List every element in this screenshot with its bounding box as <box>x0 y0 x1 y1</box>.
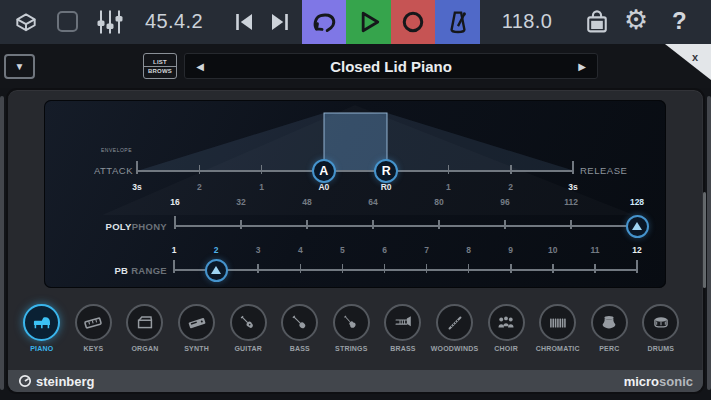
category-label: SYNTH <box>184 345 209 352</box>
drums-icon <box>650 312 672 334</box>
category-drums[interactable]: DRUMS <box>635 304 687 352</box>
envelope-tick-label: 2 <box>184 182 214 192</box>
category-synth[interactable]: SYNTH <box>171 304 223 352</box>
rewind-to-start-button[interactable] <box>230 10 258 34</box>
polyphony-tick-label: 128 <box>622 197 652 207</box>
category-woodwinds[interactable]: WOODWINDS <box>429 304 481 352</box>
polyphony-tick <box>174 216 176 229</box>
play-button[interactable] <box>346 0 391 44</box>
category-organ[interactable]: ORGAN <box>119 304 171 352</box>
shop-button[interactable] <box>583 8 611 36</box>
close-icon: x <box>692 51 698 63</box>
envelope-tick <box>572 161 574 174</box>
category-perc[interactable]: PERC <box>584 304 636 352</box>
category-label: ORGAN <box>131 345 158 352</box>
envelope-tick-label: R0 <box>371 182 401 192</box>
bass-icon <box>289 312 311 334</box>
record-button[interactable] <box>391 0 435 44</box>
category-label: WOODWINDS <box>431 345 479 352</box>
settings-button[interactable]: ⚙ <box>624 7 648 34</box>
pb-range-tick <box>594 264 596 273</box>
category-circle <box>436 304 473 341</box>
tempo-display[interactable]: 118.0 <box>494 10 560 33</box>
pb-range-tick-label: 1 <box>159 245 189 255</box>
chromatic-icon <box>547 312 569 334</box>
polyphony-track[interactable] <box>175 225 637 227</box>
pb-range-tick-label: 10 <box>538 245 568 255</box>
envelope-tick-label: 3s <box>122 182 152 192</box>
strings-icon <box>340 312 362 334</box>
pb-range-tick <box>342 264 344 273</box>
release-handle[interactable]: R <box>374 159 398 183</box>
arrow-right-icon: ▶ <box>578 61 586 72</box>
envelope-tick <box>448 165 450 174</box>
category-circle <box>488 304 525 341</box>
category-strings[interactable]: STRINGS <box>326 304 378 352</box>
envelope-tick-label: 1 <box>247 182 277 192</box>
polyphony-handle[interactable] <box>626 215 649 238</box>
organ-icon <box>134 312 156 334</box>
preset-prev-button[interactable]: ◀ <box>185 61 215 72</box>
mediabay-button[interactable] <box>13 9 39 35</box>
category-circle <box>333 304 370 341</box>
envelope-track[interactable] <box>137 170 573 172</box>
mixer-button[interactable] <box>94 8 126 36</box>
envelope-tick-label: 3s <box>558 182 588 192</box>
attack-handle[interactable]: A <box>312 159 336 183</box>
panel-scrollbar[interactable] <box>703 192 706 288</box>
cycle-button[interactable] <box>302 0 346 44</box>
category-label: PERC <box>599 345 619 352</box>
metronome-button[interactable] <box>435 0 480 44</box>
pb-range-tick <box>510 264 512 273</box>
preset-selector: ◀ Closed Lid Piano ▶ <box>184 53 598 79</box>
pb-range-tick <box>552 264 554 273</box>
pb-range-tick-label: 6 <box>370 245 400 255</box>
category-keys[interactable]: KEYS <box>68 304 120 352</box>
forward-to-end-button[interactable] <box>266 10 294 34</box>
category-circle <box>642 304 679 341</box>
pb-range-tick-label: 8 <box>454 245 484 255</box>
category-bass[interactable]: BASS <box>274 304 326 352</box>
polyphony-tick <box>570 220 572 229</box>
metronome-icon <box>444 8 472 36</box>
pb-range-tick-label: 2 <box>201 245 231 255</box>
pb-range-track[interactable] <box>174 269 637 271</box>
skip-forward-icon <box>266 10 294 34</box>
category-label: BRASS <box>390 345 416 352</box>
cycle-loop-icon <box>309 7 339 37</box>
list-browse-button[interactable]: LIST BROWS <box>143 53 177 79</box>
pb-range-tick-label: 11 <box>580 245 610 255</box>
polyphony-tick-label: 16 <box>160 197 190 207</box>
category-circle <box>384 304 421 341</box>
chevron-down-icon: ▼ <box>15 61 25 72</box>
envelope-tick-label: A0 <box>309 182 339 192</box>
category-label: DRUMS <box>648 345 675 352</box>
help-button[interactable]: ? <box>672 7 687 35</box>
pb-range-tick-label: 5 <box>327 245 357 255</box>
category-label: GUITAR <box>234 345 262 352</box>
preset-name: Closed Lid Piano <box>215 58 567 75</box>
preset-next-button[interactable]: ▶ <box>567 61 597 72</box>
polyphony-label: POLYPHONY <box>83 221 167 232</box>
category-circle <box>178 304 215 341</box>
category-guitar[interactable]: GUITAR <box>222 304 274 352</box>
category-choir[interactable]: CHOIR <box>480 304 532 352</box>
stop-button[interactable] <box>57 11 78 32</box>
position-display[interactable]: 45.4.2 <box>138 10 210 33</box>
piano-icon <box>31 312 53 334</box>
panel-footer: steinberg microsonic <box>8 370 703 392</box>
steinberg-brand: steinberg <box>18 374 95 389</box>
shopping-bag-icon <box>583 8 611 36</box>
mixer-faders-icon <box>94 8 126 36</box>
category-label: KEYS <box>83 345 103 352</box>
category-brass[interactable]: BRASS <box>377 304 429 352</box>
polyphony-tick-label: 96 <box>490 197 520 207</box>
pb-range-tick-label: 7 <box>412 245 442 255</box>
pb-range-handle[interactable] <box>205 259 228 282</box>
category-chromatic[interactable]: CHROMATIC <box>532 304 584 352</box>
attack-label: ATTACK <box>64 165 133 176</box>
hide-editor-button[interactable]: ▼ <box>4 54 35 79</box>
category-label: CHOIR <box>494 345 518 352</box>
steinberg-logo-icon <box>18 374 32 388</box>
category-piano[interactable]: PIANO <box>16 304 68 352</box>
